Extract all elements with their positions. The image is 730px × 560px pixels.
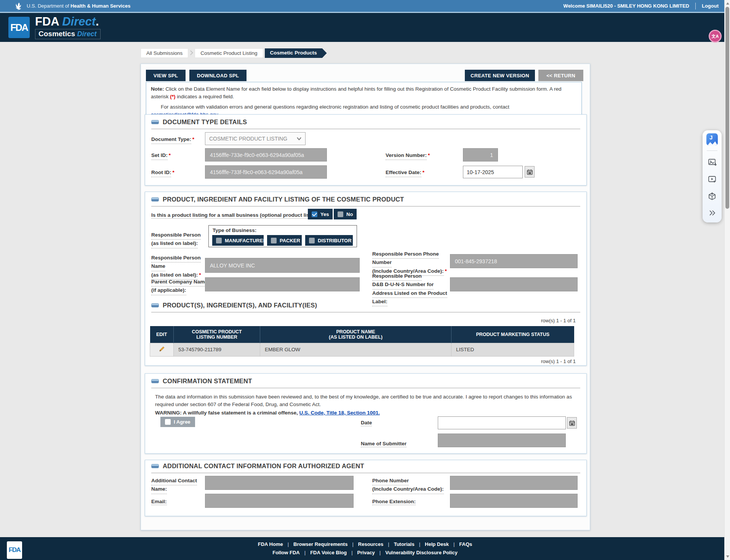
- document-type-label[interactable]: Document Type:*: [151, 136, 194, 144]
- cell-listing-number: 53-745790-211789: [174, 343, 260, 356]
- section-title: DOCUMENT TYPE DETAILS: [163, 118, 247, 126]
- breadcrumb-item-cosmetic-product-listing[interactable]: Cosmetic Product Listing: [195, 48, 263, 58]
- set-id-field: 4156fffe-733e-f9c0-e063-6294a90af05a: [205, 148, 327, 162]
- root-id-label[interactable]: Root ID:*: [151, 169, 174, 177]
- hhs-eagle-icon: [14, 2, 23, 10]
- version-number-label[interactable]: Version Number:*: [386, 152, 430, 160]
- video-add-icon: [708, 174, 717, 184]
- phone-number-field: [450, 476, 578, 490]
- section-title: CONFIRMATION STATEMENT: [163, 378, 252, 385]
- date-input[interactable]: [438, 416, 566, 429]
- edit-pencil-icon: [159, 346, 165, 352]
- government-topbar: U.S. Department of Health & Human Servic…: [0, 0, 730, 13]
- duns-field: [450, 277, 578, 291]
- footer-link-fda-voice-blog[interactable]: FDA Voice Blog: [310, 550, 347, 555]
- logout-link[interactable]: Logout: [702, 3, 719, 9]
- phone-extension-label[interactable]: Phone Extension:: [372, 498, 416, 506]
- checkbox-icon: [271, 238, 277, 243]
- package-download-button[interactable]: [706, 190, 718, 202]
- rp-name-label[interactable]: Responsible Person Name (as listed on la…: [151, 254, 201, 280]
- effective-date-label[interactable]: Effective Date:*: [386, 169, 424, 177]
- rp-name-field: ALLOY MOVE INC: [205, 258, 360, 273]
- video-add-button[interactable]: [706, 173, 718, 185]
- duns-label[interactable]: Responsible Person D&B D-U-N-S Number fo…: [372, 272, 447, 306]
- column-header-edit: EDIT: [150, 326, 174, 343]
- calendar-icon: [527, 169, 533, 175]
- page: U.S. Department of Health & Human Servic…: [0, 0, 730, 560]
- parent-company-field: [205, 277, 360, 291]
- section-document-type-details: DOCUMENT TYPE DETAILS Document Type:* CO…: [145, 114, 587, 186]
- scrollbar-thumb[interactable]: [725, 7, 729, 209]
- footer-link-resources[interactable]: Resources: [358, 541, 383, 547]
- translate-button[interactable]: 文A: [709, 30, 722, 43]
- checkbox-icon: [216, 238, 222, 243]
- subsection-products-header: PRODUCT(S), INGREDIENT(S), AND FACILITY(…: [151, 302, 317, 309]
- view-spl-button[interactable]: VIEW SPL: [146, 70, 186, 81]
- phone-number-label[interactable]: Phone Number (Include Country/Area Code)…: [372, 477, 444, 494]
- checkbox-icon: [338, 211, 343, 217]
- cell-marketing-status: LISTED: [451, 343, 574, 356]
- table-row: 53-745790-211789 EMBER GLOW LISTED: [150, 343, 574, 356]
- footer-link-help-desk[interactable]: Help Desk: [425, 541, 449, 547]
- type-of-business-label: Type of Business:: [213, 227, 256, 233]
- date-label[interactable]: Date: [361, 419, 372, 427]
- date-calendar-button[interactable]: [567, 417, 577, 429]
- additional-contact-name-label[interactable]: Additional Contact Name:: [151, 477, 197, 494]
- effective-date-calendar-button[interactable]: [525, 166, 535, 178]
- footer-link-follow-fda[interactable]: Follow FDA: [272, 550, 300, 555]
- submitter-label[interactable]: Name of Submitter: [361, 440, 407, 448]
- column-header-listing-number: COSMETIC PRODUCTLISTING NUMBER: [174, 326, 260, 343]
- column-header-product-name: PRODUCT NAME(AS LISTED ON LABEL): [260, 326, 451, 343]
- app-subtitle: Cosmetics Direct: [35, 29, 101, 39]
- responsible-person-label[interactable]: Responsible Person (as listed on label):: [151, 231, 201, 248]
- no-checkbox-button[interactable]: No: [334, 209, 357, 219]
- breadcrumb-item-all-submissions[interactable]: All Submissions: [141, 48, 188, 58]
- footer-link-tutorials[interactable]: Tutorials: [394, 541, 415, 547]
- effective-date-input[interactable]: 10-17-2025: [463, 166, 523, 178]
- image-download-button[interactable]: [706, 157, 718, 168]
- document-type-select[interactable]: COSMETIC PRODUCT LISTING: [205, 132, 306, 145]
- email-field: [205, 494, 354, 508]
- yes-checkbox-button[interactable]: Yes: [308, 209, 333, 219]
- browser-extension-widget: J: [703, 130, 722, 222]
- rp-phone-label[interactable]: Responsible Person Phone Number (Include…: [372, 250, 447, 276]
- subsection-products-title: PRODUCT(S), INGREDIENT(S), AND FACILITY(…: [163, 302, 317, 309]
- translate-icon: 文A: [712, 34, 719, 39]
- parent-company-label[interactable]: Parent Company Name (if applicable):: [151, 278, 208, 295]
- section-icon: [151, 197, 159, 202]
- package-icon: [708, 192, 717, 201]
- scrollbar[interactable]: [724, 0, 730, 560]
- download-spl-button[interactable]: DOWNLOAD SPL: [189, 70, 247, 81]
- extension-app-button[interactable]: J: [706, 134, 718, 145]
- extension-app-icon: J: [706, 133, 718, 146]
- section-confirmation: CONFIRMATION STATEMENT The data and info…: [145, 373, 587, 454]
- submitter-field: [438, 434, 566, 447]
- return-button[interactable]: << RETURN: [538, 70, 583, 81]
- footer-link-privacy[interactable]: Privacy: [357, 550, 375, 555]
- section-title: ADDITIONAL CONTACT INFORMATION FOR AUTHO…: [163, 462, 364, 470]
- footer-link-fda-home[interactable]: FDA Home: [258, 541, 283, 547]
- packer-checkbox-button[interactable]: PACKER: [267, 235, 302, 246]
- breadcrumb: All Submissions Cosmetic Product Listing…: [141, 48, 327, 58]
- manufacturer-checkbox-button[interactable]: MANUFACTURER: [212, 235, 264, 246]
- widget-divider: [707, 150, 717, 151]
- collapse-widget-button[interactable]: [706, 207, 718, 219]
- us-code-link[interactable]: U.S. Code, Title 18, Section 1001.: [299, 410, 380, 416]
- email-label[interactable]: Email:: [151, 498, 167, 506]
- set-id-label[interactable]: Set ID:*: [151, 152, 171, 160]
- footer-link-browser-requirements[interactable]: Browser Requirements: [293, 541, 347, 547]
- footer-link-faqs[interactable]: FAQs: [459, 541, 472, 547]
- create-new-version-button[interactable]: CREATE NEW VERSION: [465, 70, 535, 81]
- chevron-right-icon: [188, 50, 193, 55]
- i-agree-button[interactable]: I Agree: [160, 417, 195, 427]
- type-of-business-box: Type of Business: MANUFACTURER PACKER DI…: [208, 225, 357, 247]
- footer-link-vulnerability-disclosure[interactable]: Vulnerability Disclosure Policy: [385, 550, 458, 555]
- root-id-field: 4156fffe-733f-f9c0-e063-6294a90af05a: [205, 165, 327, 179]
- edit-row-button[interactable]: [150, 343, 174, 356]
- scroll-down-icon[interactable]: [726, 555, 729, 558]
- image-download-icon: [708, 158, 717, 167]
- footer: FDA FDA Home| Browser Requirements| Reso…: [0, 537, 730, 560]
- small-business-question-label[interactable]: Is this a product listing for a small bu…: [151, 211, 325, 219]
- distributor-checkbox-button[interactable]: DISTRIBUTOR: [305, 235, 353, 246]
- scroll-up-icon[interactable]: [726, 2, 729, 5]
